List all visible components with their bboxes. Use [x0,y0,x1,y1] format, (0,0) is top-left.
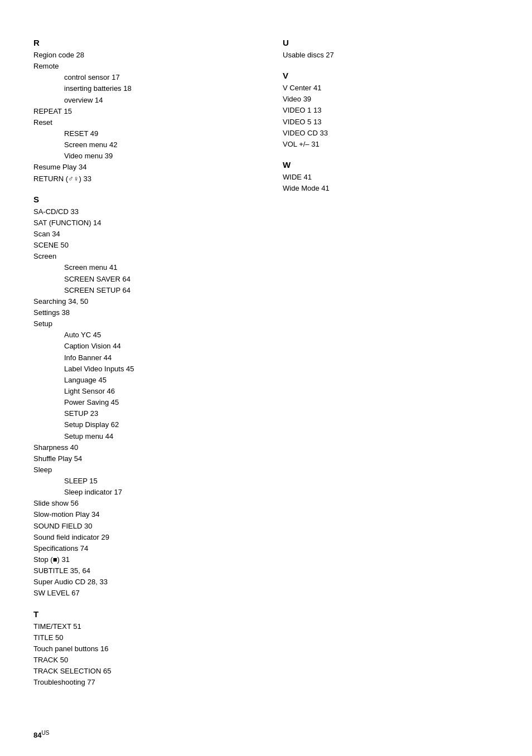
index-entry: TRACK SELECTION 65 [33,666,249,677]
index-entry: control sensor 17 [33,72,249,83]
section-letter-r: R [33,38,249,47]
page-footer: 84US [33,730,49,739]
index-entry: Troubleshooting 77 [33,677,249,688]
index-entry: Video menu 39 [33,151,249,162]
index-entry: Sound field indicator 29 [33,532,249,543]
index-entry: Setup Display 62 [33,419,249,430]
index-entry: Sleep [33,464,249,476]
index-entry: SAT (FUNCTION) 14 [33,217,249,229]
index-entry: Stop (■) 31 [33,554,249,565]
index-entry: Super Audio CD 28, 33 [33,576,249,588]
index-entry: SCREEN SETUP 64 [33,285,249,296]
locale-label: US [41,730,49,736]
index-entry: Setup menu 44 [33,431,249,442]
index-entry: VIDEO CD 33 [283,128,499,139]
index-entry: Remote [33,61,249,72]
index-entry: WIDE 41 [283,172,499,183]
index-entry: SLEEP 15 [33,476,249,487]
index-entry: Wide Mode 41 [283,183,499,194]
index-entry: VIDEO 1 13 [283,105,499,116]
index-entry: SUBTITLE 35, 64 [33,565,249,576]
index-entry: TIME/TEXT 51 [33,621,249,632]
index-entry: VOL +/– 31 [283,139,499,150]
index-entry: RESET 49 [33,128,249,139]
index-entry: Info Banner 44 [33,352,249,364]
index-entry: inserting batteries 18 [33,83,249,94]
index-entry: Video 39 [283,94,499,105]
index-entry: Screen [33,251,249,262]
index-entry: REPEAT 15 [33,106,249,117]
section-letter-s: S [33,195,249,204]
section-letter-v: V [283,71,499,80]
index-entry: Resume Play 34 [33,162,249,173]
index-entry: Caption Vision 44 [33,341,249,352]
index-entry: Sleep indicator 17 [33,487,249,498]
section-letter-u: U [283,38,499,47]
index-entry: Label Video Inputs 45 [33,364,249,375]
index-entry: Sharpness 40 [33,442,249,453]
index-entry: RETURN (♂♀) 33 [33,173,249,185]
index-entry: SCREEN SAVER 64 [33,274,249,285]
index-entry: VIDEO 5 13 [283,117,499,128]
column-right: UUsable discs 27VV Center 41Video 39VIDE… [272,28,499,688]
index-entry: V Center 41 [283,83,499,94]
index-entry: SOUND FIELD 30 [33,521,249,532]
index-entry: SA-CD/CD 33 [33,206,249,217]
page-number: 84 [33,731,41,739]
index-entry: Settings 38 [33,307,249,318]
index-entry: Scan 34 [33,229,249,240]
index-entry: Specifications 74 [33,543,249,554]
index-entry: SETUP 23 [33,408,249,419]
index-entry: Searching 34, 50 [33,296,249,307]
index-entry: Power Saving 45 [33,397,249,408]
index-entry: SCENE 50 [33,240,249,251]
index-entry: Shuffle Play 54 [33,453,249,464]
index-entry: Setup [33,318,249,329]
index-entry: Region code 28 [33,50,249,61]
index-entry: Slow-motion Play 34 [33,509,249,520]
page-container: RRegion code 28Remotecontrol sensor 17in… [33,28,499,688]
index-entry: overview 14 [33,95,249,106]
index-entry: TITLE 50 [33,632,249,643]
index-entry: Screen menu 41 [33,262,249,273]
index-entry: Screen menu 42 [33,139,249,151]
index-entry: Reset [33,117,249,128]
index-entry: Touch panel buttons 16 [33,643,249,655]
section-letter-w: W [283,160,499,169]
index-entry: Language 45 [33,375,249,386]
index-entry: Auto YC 45 [33,329,249,341]
column-left: RRegion code 28Remotecontrol sensor 17in… [33,28,272,688]
index-entry: SW LEVEL 67 [33,588,249,599]
section-letter-t: T [33,609,249,619]
index-entry: TRACK 50 [33,655,249,666]
index-entry: Usable discs 27 [283,50,499,61]
index-entry: Light Sensor 46 [33,386,249,397]
index-entry: Slide show 56 [33,498,249,509]
